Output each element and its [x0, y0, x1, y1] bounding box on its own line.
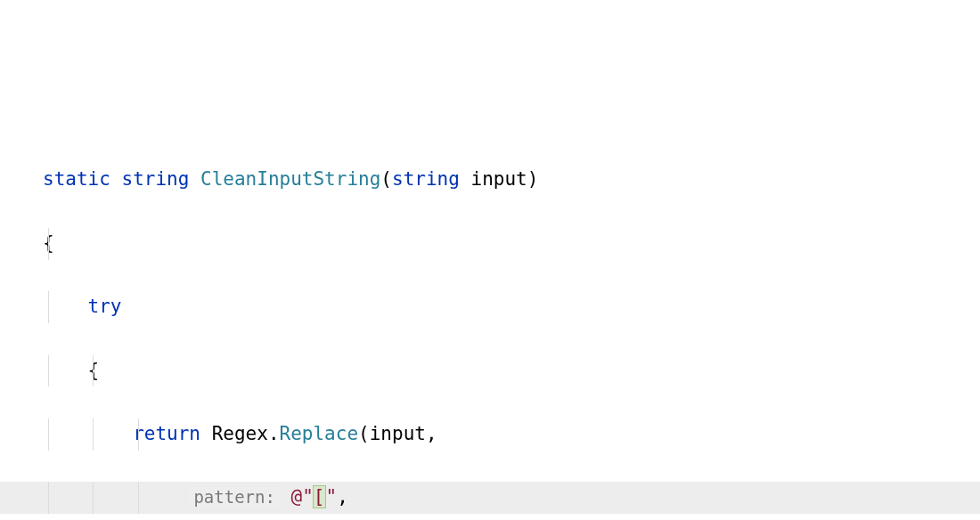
- class-regex: Regex: [212, 423, 268, 444]
- method-replace: Replace: [280, 423, 359, 444]
- code-line[interactable]: static string CleanInputString(string in…: [34, 164, 980, 196]
- argument: input: [370, 423, 426, 444]
- param-hint-pattern: pattern:: [189, 487, 280, 507]
- bracket-open-match: [: [314, 486, 325, 508]
- keyword-static: static: [43, 168, 110, 190]
- verbatim-prefix: @: [291, 486, 303, 508]
- code-line[interactable]: return Regex.Replace(input,: [34, 418, 980, 451]
- code-line-active[interactable]: pattern: @"[",: [34, 482, 980, 514]
- keyword-string: string: [122, 168, 190, 190]
- code-editor[interactable]: static string CleanInputString(string in…: [0, 127, 980, 520]
- code-line[interactable]: {: [34, 355, 980, 387]
- param-name: input: [471, 168, 527, 190]
- keyword-string-param: string: [392, 168, 460, 190]
- method-name: CleanInputString: [200, 168, 380, 190]
- code-line[interactable]: try: [34, 291, 980, 323]
- keyword-return: return: [133, 423, 200, 444]
- code-line[interactable]: {: [34, 228, 980, 260]
- keyword-try: try: [88, 296, 122, 317]
